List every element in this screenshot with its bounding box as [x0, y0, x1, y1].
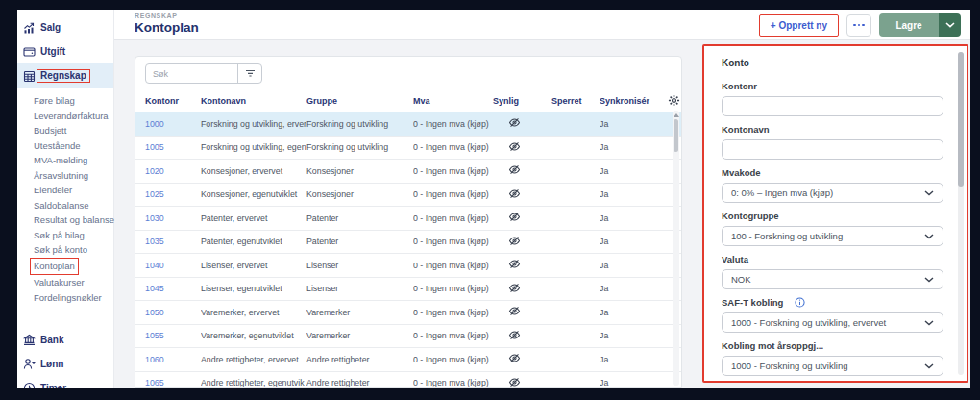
account-number-link[interactable]: 1020 [145, 166, 201, 176]
account-number-link[interactable]: 1050 [145, 308, 201, 317]
field-kontonavn: Kontonavn [722, 124, 943, 160]
account-number-link[interactable]: 1025 [145, 189, 201, 199]
account-number-link[interactable]: 1005 [145, 142, 201, 152]
table-row[interactable]: 1000Forskning og utvikling, erverForskni… [135, 112, 681, 136]
table-row[interactable]: 1060Andre rettigheter, ervervetAndre ret… [135, 347, 681, 371]
sidebar-subitem-saldobalanse[interactable]: Saldobalanse [34, 198, 113, 213]
sidebar-subitem-fordelingsn-kler[interactable]: Fordelingsnøkler [34, 290, 113, 306]
table-row[interactable]: 1025Konsesjoner, egenutvikletKonsesjoner… [135, 183, 681, 207]
sidebar-subitem-utest-ende[interactable]: Utestående [34, 138, 113, 154]
eye-off-icon[interactable] [508, 164, 521, 175]
account-number-link[interactable]: 1065 [145, 378, 201, 388]
account-number-link[interactable]: 1035 [145, 237, 201, 246]
sidebar-subitem-valutakurser[interactable]: Valutakurser [34, 275, 113, 290]
table-row[interactable]: 1050Varemerker, ervervetVaremerker0 - In… [135, 300, 681, 324]
eye-off-icon[interactable] [508, 212, 521, 222]
sidebar-subitem-leverand-rfaktura[interactable]: Leverandørfaktura [34, 109, 113, 124]
sidebar-item-regnskap[interactable]: Regnskap [17, 63, 113, 88]
eye-off-icon[interactable] [508, 330, 521, 340]
sidebar-subitem-resultat-og-balanse[interactable]: Resultat og balanse [34, 212, 113, 228]
sidebar: SalgUtgiftRegnskapFøre bilagLeverandørfa… [17, 10, 114, 388]
eye-off-icon[interactable] [508, 141, 521, 152]
field-select[interactable]: 1000 - Forskning og utvikling [722, 356, 943, 376]
panel-scrollbar-thumb[interactable] [958, 52, 964, 187]
save-dropdown-button[interactable] [939, 13, 961, 37]
table-row[interactable]: 1055Varemerker, egenutvikletVaremerker0 … [135, 324, 681, 348]
sidebar-item-bank[interactable]: Bank [17, 328, 113, 352]
column-header-mva[interactable]: Mva [413, 96, 493, 106]
sidebar-subitem-s-k-p-bilag[interactable]: Søk på bilag [34, 228, 113, 243]
sidebar-subitem-label: Resultat og balanse [34, 214, 114, 225]
sidebar-subitem-label: Årsavslutning [34, 170, 88, 181]
sidebar-subitem-eiendeler[interactable]: Eiendeler [34, 183, 113, 198]
table-row[interactable]: 1045Lisenser, egenutvikletLisenser0 - In… [135, 277, 681, 301]
group-cell: Lisenser [306, 284, 413, 293]
table-row[interactable]: 1065Andre rettigheter, egenutvikAndre re… [135, 371, 681, 389]
field-input[interactable] [722, 96, 943, 116]
table-row[interactable]: 1005Forskning og utvikling, egenuForskni… [135, 136, 681, 160]
account-number-link[interactable]: 1055 [145, 331, 201, 340]
sidebar-subitem--rsavslutning[interactable]: Årsavslutning [34, 168, 113, 184]
table-row[interactable]: 1040Lisenser, ervervetLisenser0 - Ingen … [135, 253, 681, 277]
eye-off-icon[interactable] [508, 377, 521, 388]
chevron-down-icon [924, 363, 934, 369]
account-number-link[interactable]: 1030 [145, 213, 201, 223]
field-select[interactable]: NOK [722, 269, 943, 289]
column-header-synlig[interactable]: Synlig [493, 96, 551, 106]
sidebar-subitem-kontoplan[interactable]: Kontoplan [34, 258, 113, 276]
table-row[interactable]: 1030Patenter, ervervetPatenter0 - Ingen … [135, 206, 681, 230]
eye-off-icon[interactable] [508, 259, 521, 269]
column-header-gruppe[interactable]: Gruppe [306, 96, 413, 106]
field-label-row: Kobling mot årsoppgj... [722, 340, 943, 351]
sidebar-subitem-f-re-bilag[interactable]: Føre bilag [34, 93, 113, 109]
search-input[interactable] [146, 64, 237, 83]
sidebar-subitem-budsjett[interactable]: Budsjett [34, 123, 113, 138]
sidebar-subitem-mva-melding[interactable]: MVA-melding [34, 153, 113, 168]
account-number-link[interactable]: 1045 [145, 284, 201, 293]
mva-cell: 0 - Ingen mva (kjøp) [413, 189, 493, 199]
scroll-up-icon[interactable] [674, 113, 679, 117]
column-header-kontonavn[interactable]: Kontonavn [201, 96, 306, 106]
panel-scrollbar[interactable] [958, 52, 964, 375]
sidebar-subitem-s-k-p-konto[interactable]: Søk på konto [34, 242, 113, 258]
field-saf-t-kobling: SAF-T kobling1000 - Forskning og utvikli… [722, 297, 943, 333]
sidebar-item-timer[interactable]: Timer [17, 376, 113, 388]
field-label-row: Valuta [722, 254, 943, 264]
eye-off-icon[interactable] [508, 306, 521, 316]
column-header-sperret[interactable]: Sperret [551, 96, 600, 106]
field-select[interactable]: 0: 0% – Ingen mva (kjøp) [722, 183, 943, 203]
gear-icon[interactable] [668, 94, 680, 107]
create-new-button[interactable]: + Opprett ny [759, 14, 839, 37]
clock-icon [23, 382, 36, 388]
sidebar-item-utgift[interactable]: Utgift [17, 39, 113, 63]
account-number-link[interactable]: 1040 [145, 261, 201, 270]
eye-off-icon[interactable] [508, 117, 521, 128]
field-input[interactable] [722, 139, 943, 160]
table-row[interactable]: 1020Konsesjoner, ervervetKonsesjoner0 - … [135, 159, 681, 183]
table-scrollbar[interactable] [673, 111, 679, 386]
field-label: Valuta [722, 254, 748, 264]
sidebar-item-label: Lønn [40, 359, 63, 369]
save-button[interactable]: Lagre [879, 13, 939, 37]
sidebar-item-salg[interactable]: Salg [17, 15, 113, 39]
account-number-link[interactable]: 1000 [145, 119, 201, 129]
eye-off-icon[interactable] [508, 188, 521, 199]
account-number-link[interactable]: 1060 [145, 355, 201, 364]
scrollbar-thumb[interactable] [674, 119, 678, 152]
field-kobling-mot-rsoppgj-: Kobling mot årsoppgj...1000 - Forskning … [722, 340, 943, 376]
eye-off-icon[interactable] [508, 236, 521, 246]
sidebar-item-label: Utgift [40, 46, 65, 57]
sidebar-item-lønn[interactable]: Lønn [17, 352, 113, 376]
account-name-cell: Andre rettigheter, ervervet [201, 355, 306, 364]
table-row[interactable]: 1035Patenter, egenutvikletPatenter0 - In… [135, 230, 681, 254]
column-header-kontonr[interactable]: Kontonr [145, 96, 201, 106]
eye-off-icon[interactable] [508, 283, 521, 293]
field-select[interactable]: 100 - Forskning og utvikling [722, 226, 943, 246]
field-select[interactable]: 1000 - Forskning og utvikling, ervervet [722, 312, 943, 333]
more-actions-button[interactable] [846, 14, 871, 37]
column-header-synkronisér[interactable]: Synkronisér [600, 96, 666, 106]
field-label: SAF-T kobling [722, 297, 783, 308]
field-value: 100 - Forskning og utvikling [731, 231, 924, 241]
eye-off-icon[interactable] [508, 353, 521, 363]
filter-button[interactable] [237, 64, 261, 83]
